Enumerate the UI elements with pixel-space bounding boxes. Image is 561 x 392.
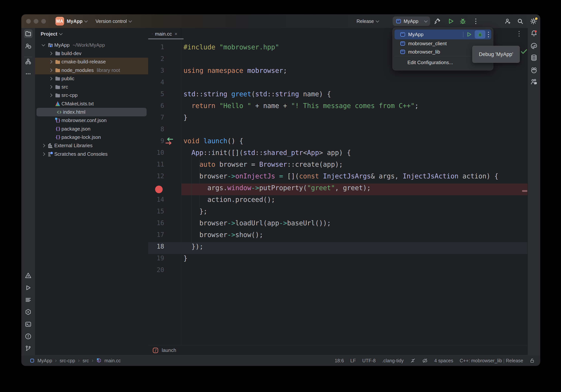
unlocked-icon[interactable] — [529, 358, 535, 363]
close-window-button[interactable] — [26, 19, 31, 24]
line-number-1[interactable]: 1 — [148, 41, 164, 53]
line-number-16[interactable]: 16 — [148, 217, 164, 229]
chevron-right-icon[interactable] — [47, 94, 54, 97]
code-line-7[interactable]: } — [183, 112, 498, 123]
tool-learn-button[interactable]: ? — [24, 42, 32, 50]
code-line-17[interactable]: browser->show(); — [183, 229, 498, 241]
code-line-15[interactable]: }; — [183, 206, 498, 217]
crumb-project[interactable]: MyApp — [37, 358, 52, 363]
tree-item-src-cpp[interactable]: src-cpp — [35, 91, 148, 99]
settings-button[interactable] — [529, 17, 538, 26]
code-with-me-button[interactable] — [503, 17, 512, 26]
project-window-icon[interactable] — [30, 358, 35, 363]
line-number-11[interactable]: 11 — [148, 159, 164, 170]
chevron-right-icon[interactable] — [47, 69, 54, 72]
tree-item-external-libraries[interactable]: External Libraries — [35, 142, 148, 150]
error-stripe-breakpoint-mark[interactable] — [522, 190, 527, 192]
search-everywhere-button[interactable] — [516, 17, 525, 26]
line-number-2[interactable]: 2 — [148, 53, 164, 65]
code-line-8[interactable] — [183, 123, 498, 135]
code-line-13[interactable]: args.window->putProperty("greet", greet)… — [183, 182, 498, 194]
crumb-file[interactable]: main.cc — [104, 358, 121, 363]
ai-assistant-button[interactable] — [529, 42, 538, 50]
inspections-ok-icon[interactable] — [520, 47, 528, 56]
tree-item-build-dev[interactable]: build-dev — [35, 49, 148, 57]
code-line-18[interactable]: }); — [183, 241, 498, 252]
tool-services-button[interactable] — [24, 308, 32, 316]
tree-item-index-html[interactable]: index.html — [36, 108, 147, 116]
tool-project-button[interactable] — [24, 29, 32, 38]
code-with-me-chat-button[interactable] — [529, 77, 538, 86]
code-line-14[interactable]: action.proceed(); — [183, 194, 498, 206]
crumb-src-cpp[interactable]: src-cpp — [60, 358, 75, 363]
zoom-window-button[interactable] — [41, 19, 46, 24]
code-line-10[interactable]: App::init([](std::shared_ptr<App> app) { — [183, 147, 498, 159]
chevron-right-icon[interactable] — [40, 153, 47, 155]
line-number-3[interactable]: 3 — [148, 65, 164, 76]
project-panel-header[interactable]: Project — [41, 28, 62, 40]
code-line-20[interactable] — [183, 264, 498, 276]
tree-item-src[interactable]: src — [35, 83, 148, 91]
chevron-right-icon[interactable] — [40, 144, 47, 147]
tool-problems-button[interactable] — [24, 332, 32, 341]
code-line-11[interactable]: auto browser = Browser::create(app); — [183, 159, 498, 170]
tool-more-button[interactable] — [24, 69, 32, 78]
line-number-19[interactable]: 19 — [148, 252, 164, 264]
line-number-4[interactable]: 4 — [148, 76, 164, 88]
database-button[interactable] — [529, 53, 538, 62]
code-line-9[interactable]: void launch() { — [183, 135, 498, 147]
tree-item-public[interactable]: public — [35, 74, 148, 83]
chevron-right-icon[interactable] — [47, 86, 54, 88]
chevron-right-icon[interactable] — [47, 77, 54, 80]
run-config-selector[interactable]: MyApp — [393, 16, 430, 26]
tool-structure-button[interactable] — [24, 57, 32, 66]
tree-item-package-json[interactable]: {}package.json — [35, 125, 148, 133]
tool-git-button[interactable] — [24, 344, 32, 353]
navigation-arrows-icon[interactable] — [164, 136, 174, 146]
encoding-widget[interactable]: UTF-8 — [362, 358, 376, 363]
editor-gutter[interactable]: 12345678910111214151617181920 — [148, 41, 164, 276]
chevron-right-icon[interactable] — [47, 61, 54, 63]
tree-item-mobrowser-conf-json[interactable]: {}mobrowser.conf.json — [35, 116, 148, 125]
code-line-5[interactable]: std::string greet(std::string name) { — [183, 88, 498, 100]
popup-item-myapp[interactable]: MyApp — [395, 30, 491, 39]
tree-item-myapp[interactable]: MyApp~/Work/MyApp — [35, 41, 148, 49]
line-number-20[interactable]: 20 — [148, 264, 164, 276]
indent-widget[interactable]: 4 spaces — [434, 358, 453, 363]
build-button[interactable] — [433, 17, 442, 26]
tab-main-cc[interactable]: C + + main.cc × — [149, 28, 181, 40]
kebab-icon[interactable] — [488, 32, 489, 37]
edit-configurations-item[interactable]: Edit Configurations... — [407, 58, 453, 67]
notifications-button[interactable] — [529, 29, 538, 38]
vcs-menu[interactable]: Version control — [96, 14, 131, 28]
caret-position-widget[interactable]: 18:6 — [334, 358, 344, 363]
line-number-14[interactable]: 14 — [148, 194, 164, 206]
line-number-12[interactable]: 12 — [148, 170, 164, 182]
crumb-src[interactable]: src — [83, 358, 89, 363]
line-number-18[interactable]: 18 — [148, 241, 164, 252]
code-line-16[interactable]: browser->loadUrl(app->baseUrl()); — [183, 217, 498, 229]
line-number-15[interactable]: 15 — [148, 206, 164, 217]
debug-button[interactable] — [458, 17, 467, 26]
clang-tidy-widget[interactable]: .clang-tidy — [382, 358, 404, 363]
project-menu[interactable]: MyApp — [67, 14, 87, 28]
code-line-12[interactable]: browser->onInjectJs = [](const InjectJsA… — [183, 170, 498, 182]
breakpoint-icon[interactable] — [155, 185, 163, 193]
close-tab-icon[interactable]: × — [175, 31, 177, 37]
build-type-selector[interactable]: Release — [356, 14, 379, 28]
tree-item-package-lock-json[interactable]: {}package-lock.json — [35, 133, 148, 141]
breadcrumb-scope[interactable]: launch — [162, 347, 176, 353]
tab-list-button[interactable] — [515, 30, 523, 37]
tree-item-cmakelists-txt[interactable]: CMakeLists.txt — [35, 99, 148, 108]
line-ending-widget[interactable]: LF — [350, 358, 356, 363]
line-number-6[interactable]: 6 — [148, 100, 164, 112]
line-number-9[interactable]: 9 — [148, 135, 164, 147]
tool-todo-button[interactable] — [24, 295, 32, 304]
code-line-4[interactable] — [183, 76, 498, 88]
tree-item-node-modules[interactable]: node_moduleslibrary root — [35, 66, 148, 74]
run-icon[interactable] — [466, 32, 472, 37]
plugin-assistant-button[interactable] — [529, 66, 538, 75]
code-editor[interactable]: 12345678910111214151617181920 #include "… — [148, 40, 528, 345]
cloud-off-icon[interactable] — [422, 358, 428, 363]
tree-item-scratches-and-consoles[interactable]: Scratches and Consoles — [35, 150, 148, 158]
